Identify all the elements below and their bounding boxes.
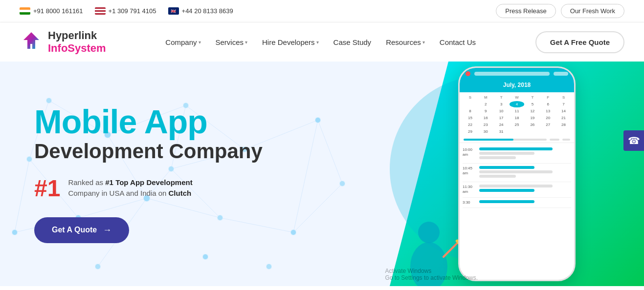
- rank-text-2: Company in USA and India on: [68, 189, 168, 197]
- nav-hire-developers[interactable]: Hire Developers ▾: [256, 34, 325, 50]
- nav-company-label: Company: [165, 38, 197, 46]
- uk-contact: 🇬🇧 +44 20 8133 8639: [168, 7, 233, 15]
- nav-resources[interactable]: Resources ▾: [380, 34, 431, 50]
- phone-header-bar: [474, 72, 550, 76]
- schedule-bars-1: [479, 147, 571, 161]
- hero-rank-number: #1: [34, 175, 60, 202]
- rank-bold-1: #1 Top App Development: [105, 178, 192, 186]
- india-contact: +91 8000 161161: [20, 7, 83, 15]
- time-label-3: 11:30am: [463, 185, 476, 195]
- nav-services-label: Services: [216, 38, 244, 46]
- top-bar: +91 8000 161161 +1 309 791 4105 🇬🇧 +44 2…: [0, 0, 644, 22]
- press-release-button[interactable]: Press Release: [496, 4, 556, 18]
- usa-flag-icon: [95, 7, 106, 15]
- company-dropdown-icon: ▾: [199, 40, 201, 45]
- resources-dropdown-icon: ▾: [422, 40, 425, 45]
- nav-links: Company ▾ Services ▾ Hire Developers ▾ C…: [159, 34, 482, 50]
- windows-line2: Go to Settings to activate Windows.: [385, 274, 478, 281]
- nav-case-label: Case Study: [333, 38, 372, 46]
- arrow-right-icon: →: [103, 225, 111, 235]
- hero-rank-description: Ranked as #1 Top App Development Company…: [68, 177, 192, 199]
- phone-float-button[interactable]: ☎: [623, 130, 644, 151]
- get-a-quote-button[interactable]: Get A Quote →: [34, 217, 129, 243]
- rank-text-1: Ranked as: [68, 178, 105, 186]
- schedule-item-4: 3:30: [463, 198, 571, 208]
- time-label-2: 10:45am: [463, 166, 476, 176]
- usa-contact: +1 309 791 4105: [95, 7, 156, 15]
- windows-line1: Activate Windows: [385, 268, 478, 274]
- time-label-1: 10:00am: [463, 147, 476, 158]
- nav-services[interactable]: Services ▾: [210, 34, 254, 50]
- windows-watermark: Activate Windows Go to Settings to activ…: [385, 268, 478, 281]
- calendar-grid: SMTWTFS 234567 891011121314 151617181920…: [460, 92, 574, 137]
- schedule-bars-4: [479, 200, 571, 205]
- india-flag-icon: [20, 7, 30, 15]
- phone-status-bar: [460, 68, 574, 80]
- hire-dropdown-icon: ▾: [316, 40, 319, 45]
- phone-progress-row: [460, 137, 574, 143]
- calendar-month-header: July, 2018: [460, 80, 574, 92]
- nav-case-study[interactable]: Case Study: [328, 34, 378, 50]
- nav-resources-label: Resources: [386, 38, 421, 46]
- contact-list: +91 8000 161161 +1 309 791 4105 🇬🇧 +44 2…: [20, 7, 233, 15]
- svg-marker-0: [23, 32, 39, 49]
- schedule-bars-2: [479, 166, 571, 179]
- nav-hire-label: Hire Developers: [262, 38, 315, 46]
- our-fresh-work-button[interactable]: Our Fresh Work: [561, 4, 624, 18]
- phone-status-dot: [466, 71, 470, 76]
- rank-bold-2: Clutch: [169, 189, 192, 197]
- svg-line-39: [444, 242, 458, 257]
- phone-mockup: July, 2018 SMTWTFS 234567 891011121314 1…: [458, 66, 595, 286]
- phone-float-icon: ☎: [628, 135, 640, 146]
- logo-text: Hyperlink InfoSystem: [48, 29, 106, 55]
- schedule-bars-3: [479, 185, 571, 193]
- nav-contact-label: Contact Us: [440, 38, 476, 46]
- schedule-list: 10:00am 10:45am 11:30a: [460, 143, 574, 210]
- india-phone: +91 8000 161161: [33, 7, 83, 15]
- nav-contact[interactable]: Contact Us: [434, 34, 482, 50]
- logo-infosystem: InfoSystem: [48, 42, 106, 55]
- uk-flag-icon: 🇬🇧: [168, 7, 179, 15]
- navbar: Hyperlink InfoSystem Company ▾ Services …: [0, 22, 644, 62]
- usa-phone: +1 309 791 4105: [109, 7, 156, 15]
- services-dropdown-icon: ▾: [245, 40, 247, 45]
- nav-company[interactable]: Company ▾: [159, 34, 206, 50]
- time-label-4: 3:30: [463, 200, 476, 205]
- uk-phone: +44 20 8133 8639: [182, 7, 233, 15]
- schedule-item-3: 11:30am: [463, 182, 571, 198]
- get-free-quote-button[interactable]: Get A Free Quote: [535, 31, 624, 53]
- logo-icon: [20, 30, 43, 54]
- schedule-item-2: 10:45am: [463, 164, 571, 182]
- top-buttons: Press Release Our Fresh Work: [496, 4, 624, 18]
- quote-btn-label: Get A Quote: [52, 226, 97, 234]
- logo-hyperlink: Hyperlink: [48, 29, 106, 42]
- phone-header-bar-small: [554, 72, 568, 76]
- schedule-item-1: 10:00am: [463, 145, 571, 164]
- logo-link[interactable]: Hyperlink InfoSystem: [20, 29, 106, 55]
- hero-section: Mobile App Development Company #1 Ranked…: [0, 62, 644, 286]
- phone-screen-container: July, 2018 SMTWTFS 234567 891011121314 1…: [458, 66, 576, 281]
